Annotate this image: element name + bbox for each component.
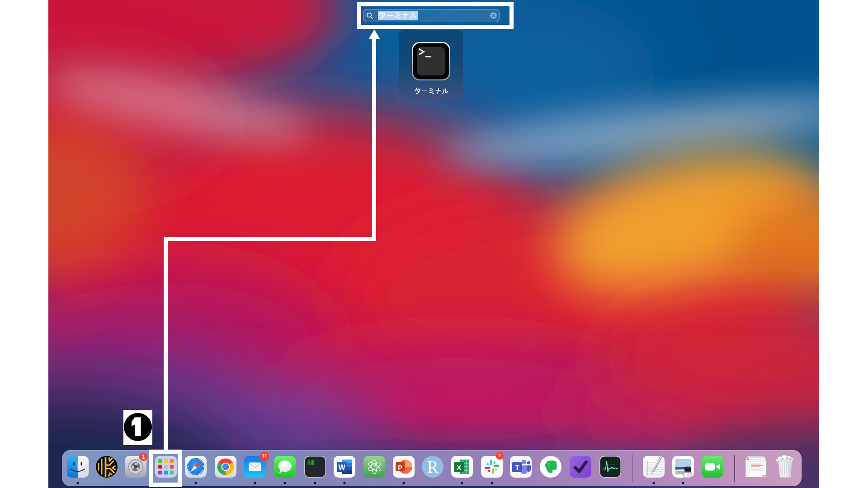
svg-text:$: $	[307, 460, 311, 466]
svg-text:W: W	[338, 464, 345, 471]
svg-text:1: 1	[498, 453, 501, 458]
svg-text:X: X	[457, 463, 462, 471]
svg-text:P: P	[398, 463, 402, 471]
svg-text:1: 1	[142, 454, 145, 460]
svg-text:R: R	[427, 458, 439, 476]
svg-text:11: 11	[262, 453, 268, 460]
svg-text:T: T	[515, 464, 519, 471]
